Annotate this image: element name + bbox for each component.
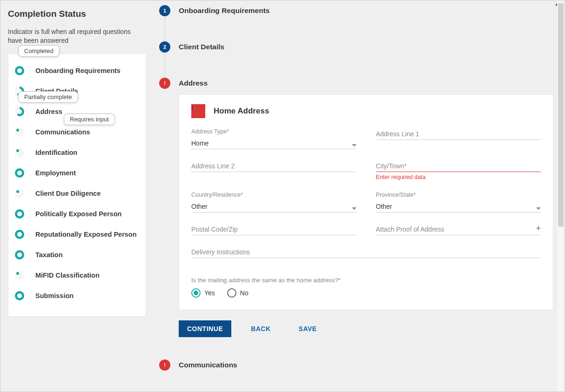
- status-item[interactable]: Identification: [15, 142, 139, 163]
- status-label: Politically Exposed Person: [35, 210, 121, 218]
- input-city-town[interactable]: City/Town*: [376, 160, 541, 172]
- back-button[interactable]: Back: [242, 320, 279, 337]
- home-address-card: Home Address Address Type* Home Address …: [179, 94, 553, 310]
- status-label: Submission: [35, 292, 74, 299]
- sidebar-title: Completion Status: [8, 9, 146, 19]
- input-delivery[interactable]: Delivery Instructions: [191, 246, 541, 258]
- field-address-line-1[interactable]: Address Line 1: [376, 128, 541, 149]
- step-number-badge: 1: [159, 5, 170, 16]
- mailing-question-block: Is the mailing address the same as the h…: [191, 269, 541, 298]
- status-complete-icon: [15, 209, 24, 219]
- alert-icon: [159, 78, 170, 89]
- input-proof[interactable]: Attach Proof of Address: [376, 224, 541, 235]
- callout-completed: Completed: [18, 45, 60, 57]
- address-section-body: Home Address Address Type* Home Address …: [179, 94, 553, 337]
- field-label: Country/Residence*: [191, 192, 356, 198]
- radio-label: No: [240, 289, 249, 297]
- status-item[interactable]: Politically Exposed Person: [15, 204, 139, 224]
- status-complete-icon: [15, 66, 24, 75]
- radio-icon: [227, 288, 236, 298]
- status-item[interactable]: Reputationally Exposed Person: [15, 224, 139, 245]
- status-empty-icon: [15, 189, 24, 198]
- status-item[interactable]: Onboarding Requirements: [15, 60, 139, 81]
- input-address-line-2[interactable]: Address Line 2: [191, 160, 356, 172]
- save-button[interactable]: Save: [290, 320, 325, 337]
- step-number-badge: 2: [159, 41, 170, 53]
- completion-sidebar: Completion Status Indicator is full when…: [0, 0, 152, 392]
- sidebar-hint: Indicator is full when all required ques…: [8, 27, 146, 45]
- step-title: Address: [179, 79, 208, 87]
- step-client-details[interactable]: 2 Client Details: [159, 41, 553, 53]
- status-complete-icon: [15, 168, 24, 178]
- step-communications[interactable]: Communications: [159, 359, 553, 371]
- field-address-line-2[interactable]: Address Line 2: [191, 160, 356, 180]
- select-address-type[interactable]: Home: [191, 138, 356, 149]
- radio-icon: [191, 288, 201, 298]
- vertical-scrollbar[interactable]: [557, 0, 565, 392]
- continue-button[interactable]: Continue: [179, 320, 231, 337]
- status-complete-icon: [15, 230, 24, 239]
- status-item[interactable]: Employment: [15, 163, 139, 183]
- select-province[interactable]: Other: [376, 201, 541, 213]
- step-title: Client Details: [179, 43, 224, 51]
- status-item[interactable]: Taxation: [15, 245, 139, 265]
- card-title: Home Address: [214, 106, 269, 116]
- step-address[interactable]: Address: [159, 78, 553, 89]
- chevron-down-icon: [352, 207, 356, 210]
- status-empty-icon: [15, 148, 24, 157]
- chevron-down-icon: [536, 207, 541, 210]
- status-label: Communications: [35, 128, 90, 136]
- field-label: Province/State*: [376, 192, 541, 198]
- callout-label: Completed: [24, 47, 54, 54]
- field-province[interactable]: Province/State* Other: [376, 192, 541, 213]
- field-city-town[interactable]: City/Town* Enter required data: [376, 160, 541, 180]
- radio-label: Yes: [204, 289, 215, 297]
- status-label: Address: [35, 108, 62, 115]
- select-country[interactable]: Other: [191, 201, 356, 213]
- radio-no[interactable]: No: [227, 288, 249, 298]
- callout-requires: Requires input: [64, 113, 115, 125]
- mailing-question: Is the mailing address the same as the h…: [191, 277, 541, 284]
- status-label: MiFID Classification: [35, 272, 100, 279]
- callout-label: Requires input: [70, 116, 109, 123]
- status-label: Client Due Diligence: [35, 190, 101, 197]
- step-connector: [164, 53, 165, 78]
- status-item[interactable]: Submission: [15, 286, 139, 306]
- alert-icon: [159, 359, 170, 371]
- form-actions: Continue Back Save: [179, 320, 553, 337]
- main-panel: 1 Onboarding Requirements 2 Client Detai…: [152, 0, 565, 392]
- status-complete-icon: [15, 291, 24, 300]
- step-title: Communications: [179, 361, 237, 369]
- field-country[interactable]: Country/Residence* Other: [191, 192, 356, 213]
- callout-partial: Partially complete: [18, 91, 78, 103]
- status-complete-icon: [15, 250, 24, 259]
- status-item[interactable]: MiFID Classification: [15, 265, 139, 286]
- alert-icon: [191, 104, 205, 118]
- status-label: Reputationally Exposed Person: [35, 231, 137, 238]
- field-proof[interactable]: Attach Proof of Address +: [376, 224, 541, 235]
- field-postal[interactable]: Postal Code/Zip: [191, 224, 356, 235]
- plus-icon[interactable]: +: [536, 224, 541, 233]
- status-partial-icon: [15, 107, 24, 116]
- status-item[interactable]: Client Due Diligence: [15, 183, 139, 204]
- app-root: ▴ ▴ Completion Status Indicator is full …: [0, 0, 565, 392]
- scrollbar-thumb[interactable]: [558, 3, 564, 226]
- address-form-grid: Address Type* Home Address Line 1 Addres…: [191, 128, 541, 298]
- field-label: Address Type*: [191, 128, 356, 135]
- card-header: Home Address: [191, 104, 541, 118]
- field-delivery[interactable]: Delivery Instructions: [191, 246, 541, 258]
- step-title: Onboarding Requirements: [179, 7, 270, 15]
- callout-label: Partially complete: [24, 93, 72, 100]
- error-text: Enter required data: [376, 174, 541, 180]
- radio-row: Yes No: [191, 288, 541, 298]
- status-label: Employment: [35, 169, 76, 177]
- status-label: Taxation: [35, 251, 63, 259]
- step-connector: [164, 16, 165, 41]
- field-address-type[interactable]: Address Type* Home: [191, 128, 356, 149]
- input-address-line-1[interactable]: Address Line 1: [376, 128, 541, 140]
- chevron-down-icon: [352, 144, 356, 146]
- step-onboarding[interactable]: 1 Onboarding Requirements: [159, 5, 553, 16]
- radio-yes[interactable]: Yes: [191, 288, 215, 298]
- input-postal[interactable]: Postal Code/Zip: [191, 224, 356, 235]
- status-empty-icon: [15, 127, 24, 137]
